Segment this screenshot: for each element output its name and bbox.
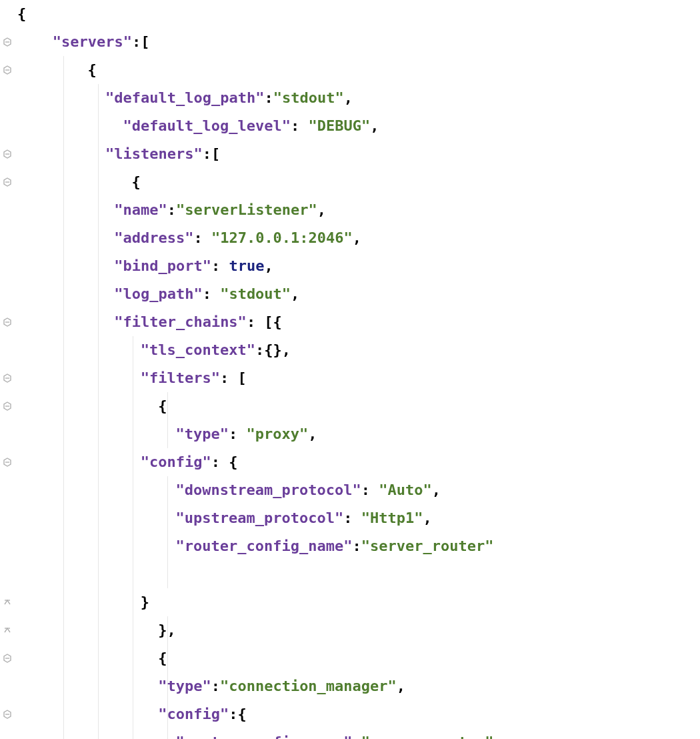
json-key: "servers" <box>53 33 132 50</box>
json-key: "bind_port" <box>114 257 211 274</box>
fold-collapse-icon[interactable] <box>3 402 12 411</box>
json-boolean: true <box>229 257 264 274</box>
code-line[interactable]: "filters": [ <box>17 364 700 392</box>
json-punct: : <box>193 229 211 246</box>
json-string: "server_router" <box>361 538 494 554</box>
json-punct: : <box>291 117 309 134</box>
code-line[interactable]: } <box>17 588 700 616</box>
json-punct: : <box>343 510 361 526</box>
json-string: "serverListener" <box>176 201 317 218</box>
code-line[interactable]: "config":{ <box>17 700 700 728</box>
code-area[interactable]: {"servers":[{"default_log_path":"stdout"… <box>15 0 700 739</box>
json-punct: , <box>370 117 379 134</box>
json-punct: : [{ <box>247 313 282 330</box>
fold-collapse-icon[interactable] <box>3 654 12 663</box>
code-text: "config": { <box>17 448 238 476</box>
json-punct: , <box>397 678 405 694</box>
code-line[interactable]: { <box>17 644 700 672</box>
code-line[interactable]: "config": { <box>17 448 700 476</box>
code-text: { <box>17 644 167 672</box>
json-key: "address" <box>114 229 193 246</box>
json-punct: : <box>353 734 361 739</box>
json-punct: , <box>353 229 361 246</box>
code-line[interactable]: "downstream_protocol": "Auto", <box>17 476 700 504</box>
json-punct: , <box>423 510 431 526</box>
code-line[interactable]: "bind_port": true, <box>17 252 700 280</box>
code-line[interactable]: "upstream_protocol": "Http1", <box>17 504 700 532</box>
code-line[interactable]: "router_config_name":"server_router" <box>17 532 700 560</box>
json-punct: : { <box>211 454 238 470</box>
json-key: "log_path" <box>114 285 202 302</box>
code-line[interactable]: "listeners":[ <box>17 140 700 168</box>
code-line[interactable]: "log_path": "stdout", <box>17 280 700 308</box>
json-punct: :[ <box>203 145 221 162</box>
fold-gutter[interactable] <box>0 0 15 739</box>
code-text: "tls_context":{}, <box>17 336 291 364</box>
json-punct: { <box>88 61 97 78</box>
json-key: "tls_context" <box>141 341 255 358</box>
code-editor[interactable]: {"servers":[{"default_log_path":"stdout"… <box>0 0 700 739</box>
code-line[interactable]: "type":"connection_manager", <box>17 672 700 700</box>
code-text: "type":"connection_manager", <box>17 672 405 700</box>
code-text: "address": "127.0.0.1:2046", <box>17 224 361 252</box>
json-key: "type" <box>158 678 211 694</box>
code-line[interactable]: "name":"serverListener", <box>17 196 700 224</box>
json-punct: , <box>344 89 353 106</box>
code-text: "upstream_protocol": "Http1", <box>17 504 432 532</box>
json-key: "config" <box>158 706 229 722</box>
code-line[interactable]: "router_config_name":"server_router" <box>17 728 700 739</box>
code-line[interactable]: { <box>17 0 700 28</box>
code-line[interactable]: { <box>17 168 700 196</box>
fold-collapse-icon[interactable] <box>3 65 12 75</box>
code-line[interactable]: }, <box>17 616 700 644</box>
fold-collapse-icon[interactable] <box>3 710 12 719</box>
json-key: "config" <box>141 454 211 470</box>
fold-expand-up-icon[interactable] <box>3 626 12 635</box>
code-line[interactable]: { <box>17 56 700 84</box>
json-punct: : <box>264 89 273 106</box>
code-line[interactable]: "filter_chains": [{ <box>17 308 700 336</box>
code-line[interactable]: "tls_context":{}, <box>17 336 700 364</box>
code-line[interactable]: "default_log_level": "DEBUG", <box>17 112 700 140</box>
json-punct: } <box>141 594 149 610</box>
code-text: "name":"serverListener", <box>17 196 326 224</box>
fold-collapse-icon[interactable] <box>3 458 12 467</box>
json-string: "Http1" <box>361 510 423 526</box>
json-key: "filter_chains" <box>114 313 247 330</box>
code-line[interactable]: { <box>17 392 700 420</box>
json-punct: :[ <box>132 33 150 50</box>
code-text: "servers":[ <box>17 28 150 56</box>
fold-collapse-icon[interactable] <box>3 177 12 187</box>
json-key: "default_log_path" <box>105 89 264 106</box>
json-punct: { <box>158 398 167 414</box>
indent-guide <box>98 560 99 588</box>
fold-collapse-icon[interactable] <box>3 149 12 159</box>
code-text: "config":{ <box>17 700 247 728</box>
indent-guide <box>133 560 133 588</box>
code-text: "bind_port": true, <box>17 252 273 280</box>
fold-collapse-icon[interactable] <box>3 374 12 383</box>
code-text: "filters": [ <box>17 364 247 392</box>
json-punct: { <box>17 5 26 22</box>
fold-collapse-icon[interactable] <box>3 317 12 327</box>
json-string: "stdout" <box>273 89 344 106</box>
fold-expand-up-icon[interactable] <box>3 598 12 607</box>
json-punct: { <box>158 650 167 666</box>
code-text: "router_config_name":"server_router" <box>17 728 493 739</box>
fold-collapse-icon[interactable] <box>3 37 12 47</box>
code-text: "type": "proxy", <box>17 420 317 448</box>
code-line[interactable] <box>17 560 700 588</box>
code-text: "downstream_protocol": "Auto", <box>17 476 441 504</box>
json-punct: { <box>132 173 141 190</box>
code-line[interactable]: "servers":[ <box>17 28 700 56</box>
code-text: "router_config_name":"server_router" <box>17 532 493 560</box>
code-line[interactable]: "type": "proxy", <box>17 420 700 448</box>
json-punct: : <box>167 201 176 218</box>
json-string: "proxy" <box>247 426 309 442</box>
code-line[interactable]: "default_log_path":"stdout", <box>17 84 700 112</box>
json-punct: , <box>291 285 299 302</box>
json-string: "127.0.0.1:2046" <box>211 229 353 246</box>
json-key: "upstream_protocol" <box>176 510 344 526</box>
code-line[interactable]: "address": "127.0.0.1:2046", <box>17 224 700 252</box>
code-text: "listeners":[ <box>17 140 220 168</box>
